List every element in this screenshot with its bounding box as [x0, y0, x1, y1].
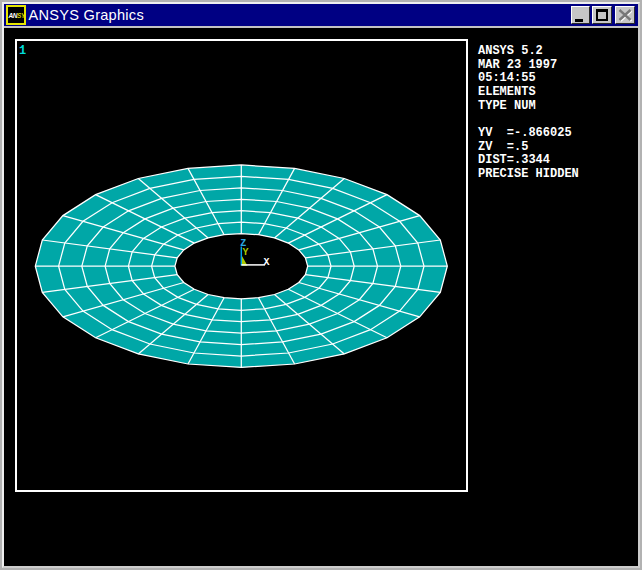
svg-text:Y: Y [243, 247, 249, 258]
svg-text:X: X [264, 257, 270, 268]
